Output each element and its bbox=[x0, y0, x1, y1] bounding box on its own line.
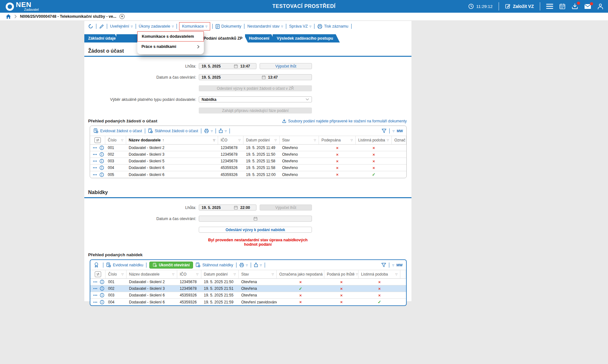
calendar-icon[interactable] bbox=[262, 75, 266, 79]
row-menu-icon[interactable] bbox=[93, 288, 97, 289]
print-table-button[interactable]: ▽ bbox=[239, 263, 248, 267]
main-menu-button[interactable] bbox=[546, 4, 553, 9]
menu-uverejneni[interactable]: Uveřejnění▽ bbox=[110, 24, 133, 29]
col-header-datum-podani[interactable]: Datum podání▽ bbox=[243, 136, 280, 144]
col-header-oznacena-jako-nepodana[interactable]: Označena jako nepodaná▽ bbox=[277, 270, 324, 278]
filter-chevron-icon[interactable]: ▽ bbox=[212, 139, 215, 142]
create-vz-button[interactable]: Založit VZ bbox=[505, 3, 534, 9]
export-table-button[interactable]: ▽ bbox=[254, 263, 262, 267]
filter-chevron-icon[interactable]: ▽ bbox=[120, 273, 124, 276]
chevron-down-icon[interactable]: ▽ bbox=[392, 264, 394, 267]
col-header-cislo[interactable]: Číslo▽ bbox=[106, 270, 126, 278]
menu-sprava-vz[interactable]: Správa VZ▽ bbox=[289, 24, 311, 29]
col-header-listinna-podoba[interactable]: Listinná podoba▽ bbox=[356, 136, 392, 144]
mw-label[interactable]: MW bbox=[396, 263, 403, 267]
messages-button[interactable] bbox=[584, 4, 591, 9]
edit-record-icon[interactable] bbox=[99, 24, 104, 29]
filter-chevron-icon[interactable]: ▽ bbox=[313, 139, 316, 142]
nabidky-lhuta-datetime-field[interactable]: 19. 5. 2025 22:00 bbox=[199, 205, 256, 211]
col-header-ico[interactable]: IČO▽ bbox=[218, 136, 243, 144]
filter-icon[interactable] bbox=[382, 129, 386, 133]
close-record-icon[interactable]: ✕ bbox=[120, 14, 125, 19]
chevron-down-icon[interactable]: ▽ bbox=[392, 130, 394, 133]
calendar-icon[interactable] bbox=[234, 64, 238, 68]
soubory-podani-link[interactable]: Soubory podání najdete připravené ke sta… bbox=[282, 119, 407, 123]
col-header-stav[interactable]: Stav▽ bbox=[239, 270, 277, 278]
export-table-button[interactable]: ▽ bbox=[219, 128, 227, 133]
filter-chevron-icon[interactable]: ▽ bbox=[232, 273, 236, 276]
menu-tisk-zaznamu[interactable]: Tisk záznamu bbox=[317, 24, 348, 29]
calendar-button[interactable] bbox=[559, 3, 566, 10]
stahnout-zadosti-button[interactable]: Stáhnout žádosti o účast bbox=[148, 128, 198, 133]
nen-logo[interactable]: NEN Zadavatel bbox=[6, 1, 39, 11]
evidovat-nabidku-button[interactable]: Evidovat nabídku bbox=[106, 263, 143, 267]
user-profile-button[interactable] bbox=[597, 3, 604, 10]
table-row[interactable]: 005 Dodavatel - školení 6 45359326 19. 5… bbox=[90, 171, 406, 178]
zadost-vypocet-lhut-button[interactable]: Výpočet lhůt bbox=[260, 63, 312, 69]
col-header-podana-po-lhute[interactable]: Podaná po lhůtě▽ bbox=[324, 270, 359, 278]
row-menu-icon[interactable] bbox=[93, 295, 97, 296]
row-menu-icon[interactable] bbox=[93, 174, 97, 175]
tab-podani-ucastniku-zp[interactable]: Podání účastníků ZP bbox=[200, 34, 248, 42]
col-header-stav[interactable]: Stav▽ bbox=[280, 136, 319, 144]
refresh-icon[interactable] bbox=[88, 24, 93, 29]
col-header-podepsana[interactable]: Podepsána▽ bbox=[319, 136, 356, 144]
table-row-selected[interactable]: 002 Dodavatel - školení 3 12345678 19. 5… bbox=[90, 285, 406, 292]
mw-label[interactable]: MW bbox=[397, 129, 403, 133]
award-ribbon-icon[interactable] bbox=[94, 262, 99, 268]
col-header-datum-podani[interactable]: Datum podání▽ bbox=[201, 270, 239, 278]
filter-chevron-icon[interactable]: ▽ bbox=[171, 273, 174, 276]
calendar-icon[interactable] bbox=[234, 205, 238, 210]
info-icon[interactable] bbox=[100, 166, 104, 170]
print-table-button[interactable]: ▽ bbox=[204, 129, 213, 133]
menu-dokumenty[interactable]: Dokumenty bbox=[216, 24, 241, 29]
odeslani-vyzvy-zadost-button[interactable]: Odeslání výzvy k podání žádosti o účast … bbox=[199, 85, 312, 91]
info-icon[interactable] bbox=[100, 300, 104, 304]
menu-item-prace-s-nabidkami[interactable]: Práce s nabídkami bbox=[137, 42, 204, 52]
info-icon[interactable] bbox=[100, 293, 104, 297]
filter-chevron-icon[interactable]: ▽ bbox=[349, 139, 353, 142]
filter-chevron-icon[interactable]: ▽ bbox=[195, 273, 198, 276]
col-header-nazev-dodavatele[interactable]: Název dodavatele▽ bbox=[126, 270, 177, 278]
filter-chevron-icon[interactable]: ▽ bbox=[354, 273, 358, 276]
odeslani-vyzvy-nabidky-button[interactable]: Odeslání výzvy k podání nabídek bbox=[199, 227, 312, 233]
table-row[interactable]: 002 Dodavatel - školení 3 12345678 19. 5… bbox=[90, 151, 406, 158]
info-icon[interactable] bbox=[100, 152, 104, 157]
evidovat-zadost-button[interactable]: Evidovat žádost o účast bbox=[94, 128, 142, 133]
info-icon[interactable] bbox=[100, 286, 104, 291]
col-header-listinna-podoba[interactable]: Listinná podoba▽ bbox=[359, 270, 400, 278]
zadost-lhuta-datetime-field[interactable]: 19. 5. 2025 13:47 bbox=[199, 63, 256, 69]
info-icon[interactable] bbox=[100, 159, 104, 163]
nabidky-vypocet-lhut-button[interactable]: Výpočet lhůt bbox=[260, 205, 312, 211]
tab-hodnoceni[interactable]: Hodnocení bbox=[245, 34, 275, 42]
row-menu-icon[interactable] bbox=[93, 154, 97, 155]
menu-nestandardni-stav[interactable]: Nestandardní stav▽ bbox=[247, 24, 283, 29]
col-header-oznac[interactable]: Označ bbox=[392, 136, 406, 144]
col-header-cislo[interactable]: Číslo▽ bbox=[105, 136, 126, 144]
row-menu-icon[interactable] bbox=[93, 147, 97, 148]
ukoncit-oteviranni-button[interactable]: Ukončit otevírání bbox=[149, 262, 193, 269]
calendar-icon[interactable] bbox=[254, 217, 257, 221]
row-menu-icon[interactable] bbox=[93, 281, 97, 283]
tab-vysledek-zadavaciho-postupu[interactable]: Výsledek zadávacího postupu bbox=[273, 34, 340, 42]
info-icon[interactable] bbox=[100, 146, 104, 150]
menu-komunikace[interactable]: Komunikace▽ bbox=[179, 22, 210, 30]
nabidky-oteviranni-datetime-field[interactable] bbox=[199, 216, 312, 222]
filter-chevron-icon[interactable]: ▽ bbox=[237, 139, 241, 142]
column-settings-icon[interactable] bbox=[95, 271, 101, 277]
tab-zakladni-udaje[interactable]: Základní údaje bbox=[84, 34, 119, 42]
info-icon[interactable] bbox=[100, 172, 104, 177]
column-settings-icon[interactable] bbox=[94, 137, 101, 143]
row-menu-icon[interactable] bbox=[93, 160, 97, 162]
col-header-nazev-dodavatele[interactable]: Název dodavatele↑▽ bbox=[126, 136, 218, 144]
col-header-ico[interactable]: IČO▽ bbox=[177, 270, 201, 278]
table-row[interactable]: 004 Dodavatel - školení 6 45359326 19. 5… bbox=[90, 165, 406, 171]
row-menu-icon[interactable] bbox=[93, 302, 97, 303]
table-row[interactable]: 001 Dodavatel - školení 2 12345678 19. 5… bbox=[90, 145, 406, 151]
filter-chevron-icon[interactable]: ▽ bbox=[270, 273, 274, 276]
table-row[interactable]: 001 Dodavatel - školení 2 12345678 19. 5… bbox=[90, 279, 406, 285]
table-row[interactable]: 004 Dodavatel - školení 6 45359326 19. 5… bbox=[90, 299, 406, 305]
filter-chevron-icon[interactable]: ▽ bbox=[385, 139, 389, 142]
info-icon[interactable] bbox=[100, 280, 104, 284]
row-menu-icon[interactable] bbox=[93, 167, 97, 168]
